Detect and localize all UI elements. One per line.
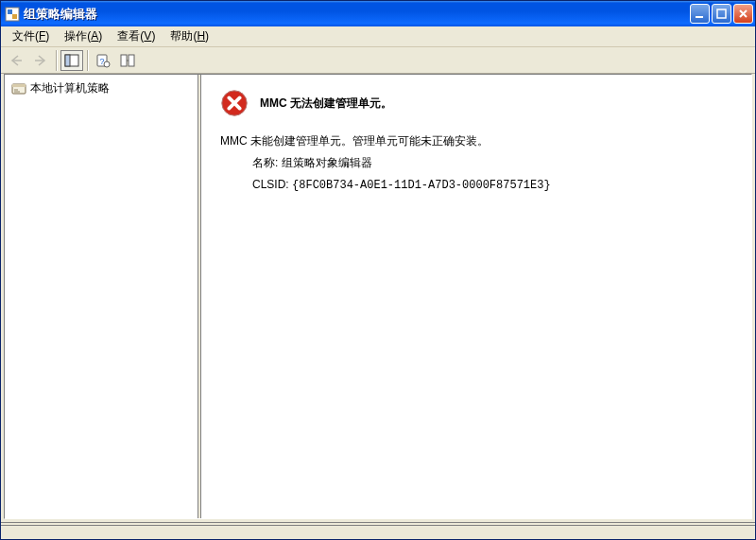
app-window: 组策略编辑器 文件(F) 操作(A) 查看(V) 帮助(H) [0, 0, 756, 540]
forward-button [29, 50, 52, 71]
policy-icon [11, 81, 26, 96]
error-header: MMC 无法创建管理单元。 [220, 89, 741, 117]
menubar: 文件(F) 操作(A) 查看(V) 帮助(H) [1, 26, 755, 47]
error-clsid-row: CLSID: {8FC0B734-A0E1-11D1-A7D3-0000F875… [252, 174, 741, 197]
minimize-icon [695, 9, 705, 19]
error-title: MMC 无法创建管理单元。 [260, 96, 392, 112]
refresh-button[interactable]: ? [92, 50, 114, 71]
minimize-button[interactable] [690, 4, 710, 24]
tree-root-node[interactable]: 本地计算机策略 [9, 79, 194, 97]
menu-file[interactable]: 文件(F) [5, 26, 57, 46]
svg-rect-4 [717, 9, 726, 18]
menu-help[interactable]: 帮助(H) [163, 26, 216, 46]
status-pane [1, 526, 755, 539]
toolbar-separator [87, 50, 88, 71]
menu-view[interactable]: 查看(V) [110, 26, 163, 46]
arrow-right-icon [33, 53, 48, 68]
client-area: 本地计算机策略 MMC 无法创建管理单元。 MMC 未能创建管理单元。管理单元可… [4, 74, 752, 519]
tree-root-label: 本地计算机策略 [30, 80, 110, 96]
svg-rect-3 [696, 16, 703, 18]
toolbar: ? [1, 47, 755, 74]
svg-rect-6 [65, 55, 70, 66]
error-icon [220, 89, 249, 117]
titlebar[interactable]: 组策略编辑器 [1, 1, 755, 26]
toggle-tree-button[interactable] [60, 50, 83, 71]
error-body: MMC 未能创建管理单元。管理单元可能未正确安装。 名称: 组策略对象编辑器 C… [220, 131, 741, 196]
arrow-left-icon [9, 53, 24, 68]
close-icon [738, 9, 748, 19]
error-name-row: 名称: 组策略对象编辑器 [252, 152, 741, 174]
window-buttons [690, 4, 753, 24]
help-topic-icon: ? [95, 53, 111, 68]
svg-rect-11 [129, 55, 134, 66]
error-line-main: MMC 未能创建管理单元。管理单元可能未正确安装。 [220, 131, 741, 152]
app-icon [5, 7, 20, 22]
maximize-icon [716, 9, 727, 19]
back-button [5, 50, 27, 71]
menu-action[interactable]: 操作(A) [57, 26, 110, 46]
svg-rect-2 [12, 14, 17, 19]
svg-rect-10 [121, 55, 127, 66]
maximize-button[interactable] [712, 4, 731, 24]
svg-rect-13 [12, 84, 26, 87]
window-title: 组策略编辑器 [24, 6, 690, 23]
properties-button[interactable] [116, 50, 139, 71]
tree-pane[interactable]: 本地计算机策略 [5, 75, 198, 518]
close-button[interactable] [733, 4, 753, 24]
export-list-icon [120, 53, 135, 68]
svg-point-9 [104, 61, 110, 67]
content-pane[interactable]: MMC 无法创建管理单元。 MMC 未能创建管理单元。管理单元可能未正确安装。 … [201, 75, 751, 518]
svg-rect-1 [8, 9, 12, 14]
toolbar-separator [56, 50, 57, 71]
tree-pane-icon [64, 53, 79, 68]
